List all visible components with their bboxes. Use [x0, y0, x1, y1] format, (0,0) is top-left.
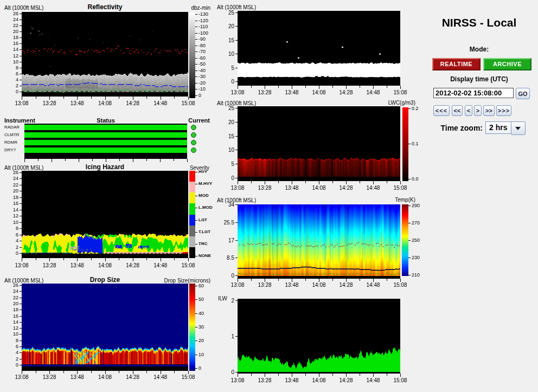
- y-tick-label: 26: [0, 170, 18, 175]
- x-tick: [346, 86, 347, 89]
- display-time-label: Display time (UTC): [420, 75, 538, 83]
- time-zoom-select[interactable]: 2 hrs: [485, 121, 514, 134]
- colorbar-tick: [408, 179, 411, 179]
- colorbar-tick-label: 270: [412, 221, 420, 226]
- y-tick-label: 20: [0, 301, 18, 306]
- y-tick-label: 2: [215, 298, 234, 304]
- x-tick: [146, 159, 147, 161]
- y-tick-label: 10: [0, 220, 18, 225]
- y-tick: [20, 247, 22, 248]
- y-tick-label: 12: [0, 54, 18, 59]
- x-tick: [63, 371, 64, 373]
- y-tick: [235, 204, 238, 205]
- x-tick: [360, 374, 360, 376]
- y-tick-label: 18: [0, 35, 18, 40]
- colorbar-tick-label: TRC: [198, 242, 207, 246]
- x-tick: [174, 97, 175, 99]
- time-zoom-dropdown-button[interactable]: [511, 121, 526, 135]
- colorbar-tick-label: 250: [412, 238, 420, 243]
- colorbar-tick-label: -110: [198, 24, 208, 29]
- x-tick: [251, 86, 252, 88]
- time-tick-label: 14:08: [96, 263, 114, 268]
- y-tick: [20, 334, 22, 335]
- x-tick: [119, 159, 120, 161]
- x-tick: [36, 97, 36, 99]
- colorbar-tick: [195, 89, 197, 89]
- y-tick-label: 0: [215, 79, 234, 85]
- go-button[interactable]: GO: [516, 88, 530, 99]
- colorbar-tick-label: -20: [198, 81, 206, 86]
- y-tick: [20, 352, 22, 353]
- time-tick-label: 14:48: [364, 185, 382, 191]
- y-tick-label: 6: [0, 233, 18, 237]
- y-tick-label: 14: [0, 320, 18, 325]
- time-tick-label: 14:28: [337, 90, 355, 95]
- colorbar-tick-label: MOD: [198, 194, 209, 198]
- x-tick: [105, 258, 106, 261]
- x-tick: [373, 181, 374, 184]
- colorbar-tick-label: M.HVY: [198, 182, 212, 186]
- y-tick: [20, 322, 22, 323]
- y-tick-label: 1: [215, 334, 234, 339]
- x-tick: [305, 181, 306, 183]
- nav-forward-button[interactable]: >: [474, 105, 482, 116]
- y-tick: [20, 20, 22, 20]
- colorbar-tick-label: -100: [198, 31, 208, 36]
- x-tick: [238, 181, 238, 184]
- colorbar-tick-label: 20: [198, 338, 204, 343]
- y-tick-label: 0: [0, 363, 18, 368]
- y-tick: [235, 275, 238, 276]
- y-tick-label: 0: [215, 176, 234, 181]
- x-tick: [146, 258, 147, 260]
- x-tick: [373, 86, 374, 89]
- colorbar-tick: [195, 52, 197, 52]
- x-tick: [251, 181, 252, 183]
- time-tick-label: 14:48: [364, 378, 382, 383]
- y-tick-label: 25: [215, 106, 234, 111]
- colorbar-tick: [195, 33, 197, 34]
- y-tick-label: 20: [215, 120, 234, 125]
- x-tick: [346, 181, 347, 184]
- x-tick: [22, 97, 22, 100]
- y-tick: [20, 185, 22, 185]
- y-tick-label: 18: [0, 195, 18, 200]
- y-tick: [20, 228, 22, 229]
- y-tick: [20, 49, 22, 50]
- time-tick-label: 13:08: [228, 378, 247, 383]
- x-tick: [188, 97, 189, 100]
- time-tick-label: 15:08: [179, 101, 197, 106]
- colorbar-tick-label: 60: [198, 284, 204, 288]
- x-tick: [91, 371, 92, 373]
- y-tick-label: 18: [0, 307, 18, 312]
- colorbar-tick-label: 210: [412, 273, 420, 278]
- y-tick-label: 16: [0, 314, 18, 319]
- y-tick-label: 26: [0, 11, 18, 16]
- y-tick: [20, 68, 22, 68]
- realtime-button[interactable]: REALTIME: [432, 58, 481, 70]
- colorbar-tick: [195, 340, 197, 341]
- colorbar-tick: [408, 205, 411, 206]
- nav-back-fast-button[interactable]: <<<: [433, 105, 450, 116]
- nav-back-button[interactable]: <: [465, 105, 472, 116]
- x-tick: [160, 159, 161, 162]
- time-tick-label: 13:08: [228, 282, 247, 288]
- colorbar-tick: [408, 275, 411, 275]
- y-tick: [235, 178, 238, 178]
- y-tick-label: 4: [0, 78, 18, 82]
- nav-forward-medium-button[interactable]: >>: [483, 105, 495, 116]
- y-tick-label: 10: [215, 147, 234, 153]
- nav-back-medium-button[interactable]: <<: [452, 105, 463, 116]
- display-time-input[interactable]: [433, 88, 514, 98]
- time-tick-label: 13:28: [255, 282, 274, 288]
- nav-forward-fast-button[interactable]: >>>: [496, 105, 511, 116]
- y-tick-label: 22: [0, 295, 18, 300]
- y-tick: [235, 222, 238, 223]
- time-tick-label: 15:08: [391, 378, 409, 383]
- archive-button[interactable]: ARCHIVE: [483, 58, 531, 70]
- colorbar-tick-label: -80: [198, 43, 206, 48]
- x-tick: [77, 258, 78, 261]
- y-tick: [20, 191, 22, 191]
- y-tick-label: 5: [215, 66, 234, 71]
- colorbar-tick: [195, 196, 197, 196]
- y-tick-label: 8: [0, 66, 18, 70]
